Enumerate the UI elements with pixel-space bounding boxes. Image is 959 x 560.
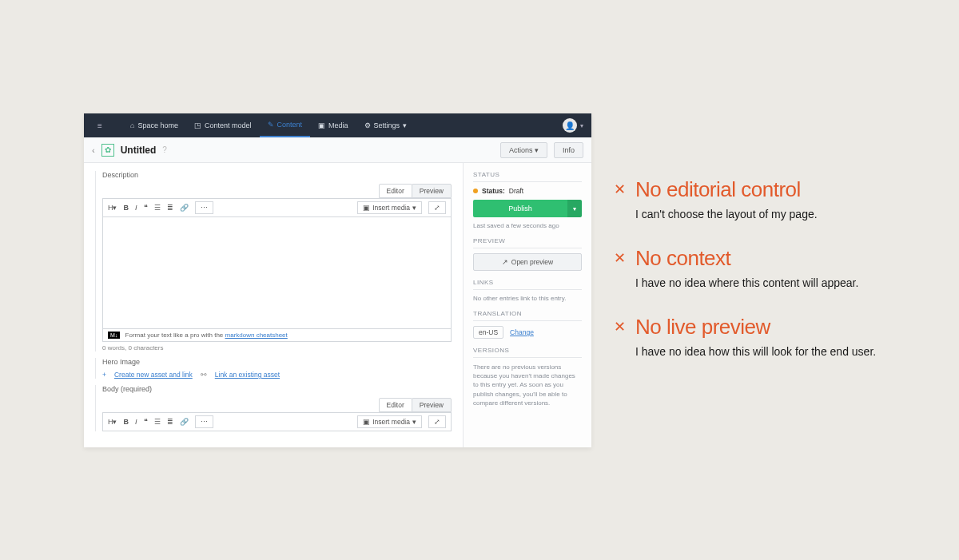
plus-icon: + — [102, 371, 106, 379]
more-button[interactable]: ⋯ — [195, 415, 213, 428]
main-column: Description Editor Preview H▾ B I ❝ ☰ ≣ … — [84, 163, 464, 447]
link-button[interactable]: 🔗 — [180, 204, 189, 212]
field-label: Body (required) — [102, 385, 452, 393]
more-button[interactable]: ⋯ — [195, 201, 213, 214]
content-columns: Description Editor Preview H▾ B I ❝ ☰ ≣ … — [84, 163, 591, 447]
annotation-title: No editorial control — [635, 177, 818, 202]
locale-badge: en-US — [473, 326, 503, 339]
chevron-down-icon: ▾ — [403, 121, 407, 129]
avatar-chevron-icon[interactable]: ▾ — [580, 122, 583, 129]
bold-button[interactable]: B — [124, 204, 129, 212]
nav-label: Settings — [374, 121, 400, 129]
chain-icon: ⚯ — [201, 371, 207, 379]
avatar[interactable]: 👤 — [563, 118, 577, 133]
status-label: Status: — [482, 187, 505, 195]
ol-button[interactable]: ≣ — [167, 418, 173, 426]
markdown-cheatsheet-link[interactable]: markdown cheatsheet — [225, 332, 288, 339]
bold-button[interactable]: B — [124, 418, 129, 426]
field-hero-image: Hero Image + Create new asset and link ⚯… — [95, 358, 452, 379]
hint-text: Format your text like a pro with the — [125, 332, 225, 339]
field-label: Description — [102, 171, 452, 179]
tab-preview[interactable]: Preview — [412, 184, 452, 198]
external-icon: ↗ — [502, 258, 508, 266]
editor-tabs: Editor Preview — [102, 184, 452, 198]
cms-window: ≡ ⌂ Space home ◳ Content model ✎ Content… — [84, 113, 591, 447]
link-button[interactable]: 🔗 — [180, 418, 189, 426]
insert-media-label: Insert media — [372, 204, 410, 212]
editor-tabs: Editor Preview — [102, 398, 452, 412]
quote-button[interactable]: ❝ — [144, 418, 148, 426]
description-textarea[interactable] — [102, 217, 452, 329]
links-section: LINKS No other entries link to this entr… — [473, 279, 582, 302]
x-icon: ✕ — [614, 251, 626, 296]
publish-chevron[interactable]: ▾ — [567, 200, 582, 217]
heading-button[interactable]: H▾ — [108, 418, 117, 426]
hamburger-icon[interactable]: ≡ — [92, 121, 108, 130]
open-preview-label: Open preview — [511, 258, 553, 266]
chevron-down-icon: ▾ — [535, 146, 539, 154]
markdown-badge: M↓ — [108, 332, 120, 339]
change-locale-link[interactable]: Change — [510, 328, 534, 336]
tab-editor[interactable]: Editor — [379, 184, 412, 198]
quote-button[interactable]: ❝ — [144, 204, 148, 212]
versions-text: There are no previous versions because y… — [473, 363, 582, 407]
section-title: TRANSLATION — [473, 310, 582, 317]
link-asset-link[interactable]: Link an existing asset — [215, 371, 280, 379]
chevron-down-icon: ▾ — [412, 418, 416, 426]
nav-label: Content — [277, 121, 303, 129]
nav-content-model[interactable]: ◳ Content model — [186, 113, 260, 137]
status-section: STATUS Status: Draft Publish ▾ Last save… — [473, 171, 582, 229]
back-button[interactable]: ‹ — [92, 145, 95, 155]
translation-section: TRANSLATION en-US Change — [473, 310, 582, 339]
locale-row: en-US Change — [473, 326, 582, 339]
annotation-desc: I have no idea where this content will a… — [635, 276, 858, 291]
edit-icon: ✎ — [268, 121, 274, 129]
actions-button[interactable]: Actions ▾ — [500, 142, 547, 158]
last-saved: Last saved a few seconds ago — [473, 222, 582, 229]
image-icon: ▣ — [363, 418, 370, 426]
insert-media-button[interactable]: ▣ Insert media ▾ — [357, 415, 422, 428]
actions-label: Actions — [509, 146, 533, 154]
section-title: PREVIEW — [473, 237, 582, 244]
tab-editor[interactable]: Editor — [379, 398, 412, 412]
info-button[interactable]: Info — [554, 142, 583, 158]
section-title: VERSIONS — [473, 347, 582, 354]
nav-settings[interactable]: ⚙ Settings ▾ — [356, 113, 416, 137]
editor-toolbar: H▾ B I ❝ ☰ ≣ 🔗 ⋯ ▣ Insert media ▾ ⤢ — [102, 198, 452, 217]
annotation: ✕ No editorial control I can't choose th… — [614, 177, 901, 222]
image-icon: ▣ — [363, 204, 370, 212]
publish-control: Publish ▾ — [473, 200, 582, 217]
italic-button[interactable]: I — [135, 204, 137, 212]
publish-button[interactable]: Publish — [473, 200, 567, 217]
tab-preview[interactable]: Preview — [412, 398, 452, 412]
nav-space-home[interactable]: ⌂ Space home — [122, 113, 186, 137]
open-preview-button[interactable]: ↗ Open preview — [473, 253, 582, 271]
expand-button[interactable]: ⤢ — [428, 201, 446, 214]
insert-media-button[interactable]: ▣ Insert media ▾ — [357, 201, 422, 214]
section-title: STATUS — [473, 171, 582, 178]
create-asset-link[interactable]: Create new asset and link — [114, 371, 193, 379]
chevron-down-icon: ▾ — [412, 204, 416, 212]
italic-button[interactable]: I — [135, 418, 137, 426]
heading-button[interactable]: H▾ — [108, 204, 117, 212]
side-panel: STATUS Status: Draft Publish ▾ Last save… — [464, 163, 591, 447]
ol-button[interactable]: ≣ — [167, 204, 173, 212]
x-icon: ✕ — [614, 182, 626, 227]
ul-button[interactable]: ☰ — [154, 418, 161, 426]
expand-button[interactable]: ⤢ — [428, 415, 446, 428]
editor-toolbar: H▾ B I ❝ ☰ ≣ 🔗 ⋯ ▣ Insert media ▾ ⤢ — [102, 412, 452, 431]
nav-label: Content model — [205, 121, 252, 129]
ul-button[interactable]: ☰ — [154, 204, 161, 212]
help-icon[interactable]: ? — [162, 145, 167, 154]
nav-media[interactable]: ▣ Media — [310, 113, 356, 137]
hero-links: + Create new asset and link ⚯ Link an ex… — [102, 371, 452, 379]
nav-content[interactable]: ✎ Content — [260, 113, 311, 137]
page-title: Untitled — [121, 145, 157, 156]
annotation-desc: I can't choose the layout of my page. — [635, 207, 818, 222]
status-row: Status: Draft — [473, 187, 582, 195]
section-title: LINKS — [473, 279, 582, 286]
preview-section: PREVIEW ↗ Open preview — [473, 237, 582, 271]
field-body: Body (required) Editor Preview H▾ B I ❝ … — [95, 385, 452, 431]
nav-label: Media — [328, 121, 348, 129]
annotation: ✕ No context I have no idea where this c… — [614, 246, 901, 291]
